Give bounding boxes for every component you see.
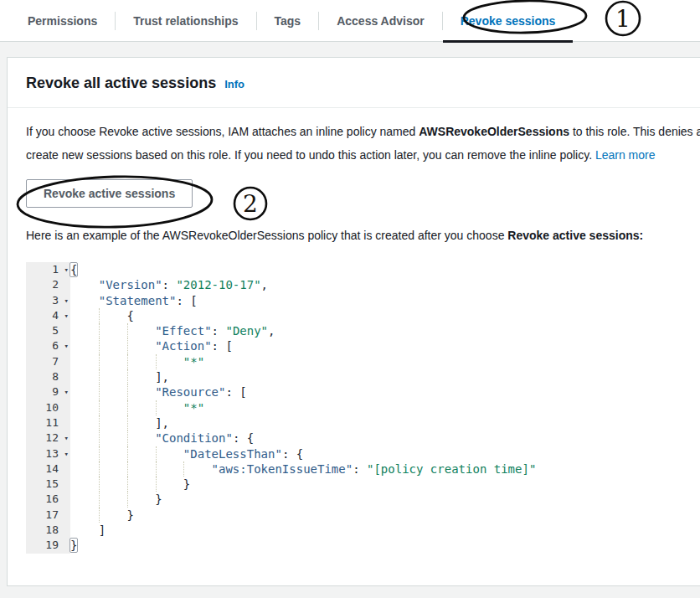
fold-toggle-icon[interactable]: ▾ [64,308,69,323]
code-line: 2 "Version": "2012-10-17", [26,277,700,292]
indent-guide [156,400,157,415]
json-punctuation: : [ [212,339,233,353]
revoke-sessions-panel: Revoke all active sessions Info If you c… [7,57,700,586]
json-punctuation: : [212,324,226,338]
json-punctuation: } [69,538,78,553]
indent-guide [99,338,100,353]
json-punctuation: : [162,278,177,291]
code-line: 15 } [26,477,700,492]
fold-toggle-icon[interactable]: ▾ [64,262,69,277]
code-text: ], [70,369,700,384]
indent-guide [127,492,128,507]
indent-guide [99,308,100,323]
json-string: "Deny" [225,324,268,338]
json-punctuation: } [126,508,133,522]
json-punctuation: : [ [225,385,246,399]
tab-bar: PermissionsTrust relationshipsTagsAccess… [0,0,700,42]
fold-toggle-icon[interactable]: ▾ [64,338,69,353]
code-text: ] [70,523,700,538]
code-line: 16 } [26,492,700,507]
line-number: 5 [26,323,70,338]
json-punctuation: : { [282,447,303,461]
line-number: 2 [26,277,70,292]
indent-guide [99,400,100,415]
json-key: "DateLessThan" [183,447,282,461]
indent-guide [127,477,128,492]
json-punctuation: , [268,324,275,338]
code-line: 4▾ { [26,308,700,323]
code-text: } [70,508,700,523]
code-line: 14 "aws:TokenIssueTime": "[policy creati… [26,461,700,477]
json-key: "Action" [155,339,211,353]
indent-guide [99,477,100,492]
line-number: 8 [26,369,70,384]
fold-toggle-icon[interactable]: ▾ [64,446,69,461]
revoke-active-sessions-button[interactable]: Revoke active sessions [26,179,193,208]
line-number: 15 [26,477,70,492]
info-link[interactable]: Info [224,78,244,90]
indent-guide [127,446,128,461]
line-number: 11 [26,415,70,430]
indent-guide [156,354,157,369]
line-number: 14 [26,461,70,477]
json-key: "Resource" [155,385,225,399]
fold-toggle-icon[interactable]: ▾ [64,384,69,400]
code-text: } [70,492,700,507]
indent-guide [127,415,128,430]
tab-permissions[interactable]: Permissions [10,0,115,42]
code-line: 9▾ "Resource": [ [26,384,700,400]
indent-guide [127,461,128,477]
tab-trust-relationships[interactable]: Trust relationships [116,0,255,42]
indent-guide [183,461,184,477]
indent-guide [99,492,100,507]
indent-guide [99,354,100,369]
indent-guide [127,354,128,369]
fold-toggle-icon[interactable]: ▾ [64,430,69,446]
tab-access-advisor[interactable]: Access Advisor [319,0,442,42]
line-number: 16 [26,492,70,507]
code-line: 7 "*" [26,354,700,369]
tab-tags[interactable]: Tags [257,0,319,42]
code-text: } [70,477,700,492]
code-text: { [70,262,700,277]
json-punctuation: ], [155,370,169,384]
indent-guide [99,415,100,430]
code-text: "Statement": [ [70,293,700,308]
json-key: "Effect" [155,324,211,338]
code-text: "Action": [ [70,338,700,353]
indent-guide [99,430,100,446]
line-number: 4▾ [26,308,70,323]
code-text: "aws:TokenIssueTime": "[policy creation … [70,461,700,477]
panel-body: If you choose Revoke active sessions, IA… [8,120,700,554]
json-punctuation: ], [155,416,169,430]
json-key: "Condition" [155,431,233,445]
line-number: 12▾ [26,430,70,446]
indent-guide [99,508,100,523]
line-number: 9▾ [26,384,70,400]
indent-guide [127,369,128,384]
fold-toggle-icon[interactable]: ▾ [64,293,69,308]
code-text: "*" [70,354,700,369]
code-text: } [70,538,700,553]
line-number: 10 [26,400,70,415]
indent-guide [99,323,100,338]
indent-guide [127,323,128,338]
json-punctuation: } [183,477,190,491]
indent-guide [99,369,100,384]
code-text: "*" [70,400,700,415]
code-line: 10 "*" [26,400,700,415]
json-punctuation: : { [233,431,254,445]
policy-code-block[interactable]: 1▾{2 "Version": "2012-10-17",3▾ "Stateme… [26,262,700,554]
page-title: Revoke all active sessions [26,75,216,92]
code-line: 12▾ "Condition": { [26,430,700,446]
indent-guide [127,384,128,400]
indent-guide [99,446,100,461]
indent-guide [127,338,128,353]
learn-more-link[interactable]: Learn more [595,148,656,162]
tab-revoke-sessions[interactable]: Revoke sessions [443,0,574,42]
line-number: 1▾ [26,262,70,277]
json-string: "*" [183,355,204,369]
code-line: 8 ], [26,369,700,384]
json-key: "Statement" [99,294,177,307]
description: If you choose Revoke active sessions, IA… [26,120,700,167]
